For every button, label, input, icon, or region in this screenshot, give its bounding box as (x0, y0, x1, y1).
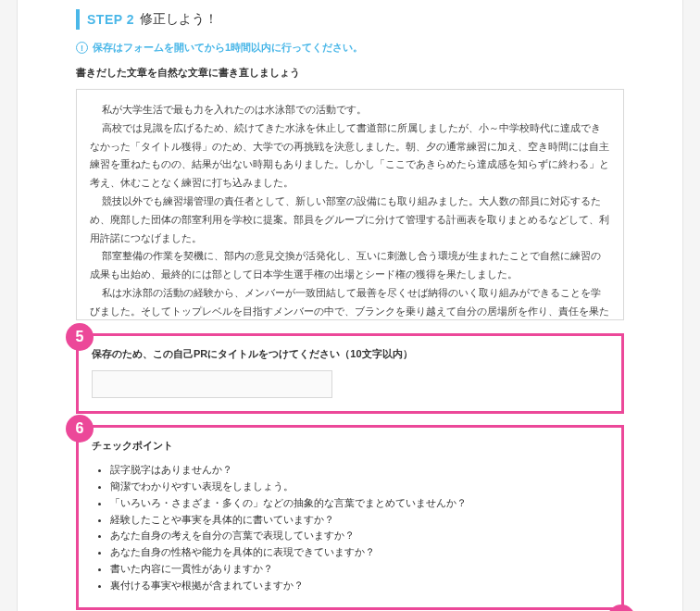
list-item: 「いろいろ・さまざま・多くの」などの抽象的な言葉でまとめていませんか？ (110, 495, 608, 512)
badge-6: 6 (66, 415, 94, 443)
notice-text: 保存はフォームを開いてから1時間以内に行ってください。 (93, 41, 363, 55)
essay-paragraph: 私は水泳部の活動の経験から、メンバーが一致団結して最善を尽くせば納得のいく取り組… (90, 284, 610, 320)
essay-paragraph: 高校では見識を広げるため、続けてきた水泳を休止して書道部に所属しましたが、小～中… (90, 119, 610, 193)
essay-paragraph: 部室整備の作業を契機に、部内の意見交換が活発化し、互いに刺激し合う環境が生まれた… (90, 247, 610, 284)
page: STEP 2 修正しよう！ ! 保存はフォームを開いてから1時間以内に行ってくだ… (54, 0, 646, 611)
essay-paragraph: 私が大学生活で最も力を入れたのは水泳部での活動です。 (90, 101, 610, 119)
essay-paragraph: 競技以外でも練習場管理の責任者として、新しい部室の設備にも取り組みました。大人数… (90, 193, 610, 247)
info-icon: ! (76, 42, 88, 54)
step-header: STEP 2 修正しよう！ (76, 9, 624, 30)
instruction-text: 書きだした文章を自然な文章に書き直しましょう (76, 66, 624, 80)
checkpoint-title: チェックポイント (92, 439, 608, 453)
step-label: STEP 2 (87, 12, 134, 27)
checkpoint-section: 6 チェックポイント 誤字脱字はありませんか？ 簡潔でわかりやすい表現をしましょ… (76, 425, 624, 610)
badge-5: 5 (66, 323, 94, 351)
list-item: あなた自身の性格や能力を具体的に表現できていますか？ (110, 544, 608, 561)
list-item: 誤字脱字はありませんか？ (110, 462, 608, 479)
essay-textarea[interactable]: 私が大学生活で最も力を入れたのは水泳部での活動です。 高校では見識を広げるため、… (76, 89, 624, 320)
title-input[interactable] (92, 370, 332, 398)
list-item: あなた自身の考えを自分の言葉で表現していますか？ (110, 528, 608, 544)
notice-row: ! 保存はフォームを開いてから1時間以内に行ってください。 (76, 41, 624, 55)
title-section: 5 保存のため、この自己PRにタイトルをつけてください（10文字以内） (76, 333, 624, 414)
list-item: 書いた内容に一貫性がありますか？ (110, 561, 608, 578)
list-item: 裏付ける事実や根拠が含まれていますか？ (110, 578, 608, 594)
title-section-label: 保存のため、この自己PRにタイトルをつけてください（10文字以内） (92, 347, 608, 361)
list-item: 経験したことや事実を具体的に書いていますか？ (110, 512, 608, 529)
step-title: 修正しよう！ (140, 11, 218, 28)
checkpoint-list: 誤字脱字はありませんか？ 簡潔でわかりやすい表現をしましょう。 「いろいろ・さま… (92, 462, 608, 594)
list-item: 簡潔でわかりやすい表現をしましょう。 (110, 479, 608, 495)
